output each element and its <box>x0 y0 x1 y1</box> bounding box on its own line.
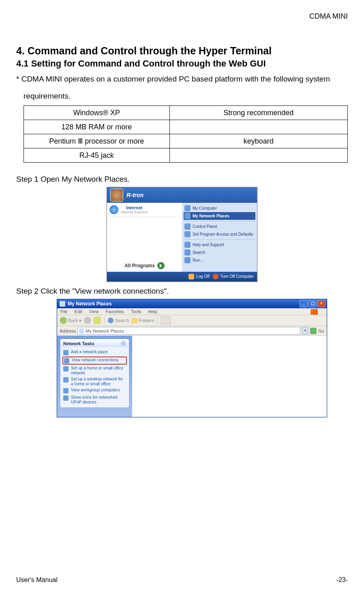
address-dropdown[interactable]: ▾ <box>302 327 308 335</box>
network-places-icon <box>79 329 84 333</box>
task-label: Add a network place <box>71 350 108 354</box>
turnoff-button[interactable]: Turn Off Computer <box>213 274 254 279</box>
task-label: Set up a home or small office network <box>71 366 126 375</box>
task-wireless-network[interactable]: Set up a wireless network for a home or … <box>63 376 126 387</box>
start-item-internet[interactable]: Internet Internet Explorer <box>109 205 180 217</box>
workgroup-icon <box>63 388 69 393</box>
go-button[interactable] <box>310 328 317 334</box>
task-label: Show icons for networked UPnP devices <box>71 395 126 404</box>
start-item-my-computer[interactable]: My Computer <box>184 204 255 212</box>
footer-page-number: -23- <box>336 576 348 584</box>
user-name: R-tron <box>126 192 143 198</box>
separator <box>184 239 255 240</box>
start-item-label: Run... <box>193 258 203 263</box>
header-product: CDMA MINI <box>16 12 348 21</box>
start-item-search[interactable]: Search <box>184 249 255 256</box>
add-place-icon <box>63 350 69 355</box>
network-connections-icon <box>64 358 69 363</box>
dropdown-icon: ▾ <box>79 318 81 323</box>
start-item-label: My Network Places <box>193 214 229 219</box>
ie-label: Internet <box>121 206 148 210</box>
folders-button[interactable]: Folders <box>131 318 154 323</box>
start-item-label: My Computer <box>193 206 217 211</box>
run-icon <box>184 257 191 263</box>
power-icon <box>213 274 218 279</box>
minimize-button[interactable]: _ <box>300 300 308 307</box>
start-item-run[interactable]: Run... <box>184 256 255 264</box>
ie-icon <box>109 205 118 214</box>
req-cell: Strong recommended <box>169 106 347 120</box>
requirements-table: Windows® XP Strong recommended 128 MB RA… <box>24 105 348 163</box>
logoff-icon <box>188 274 194 279</box>
logoff-label: Log Off <box>196 274 210 279</box>
start-item-help[interactable]: Help and Support <box>184 241 255 249</box>
table-row: 128 MB RAM or more <box>24 120 348 134</box>
task-view-network-connections[interactable]: View network connections <box>62 357 127 365</box>
arrow-right-icon <box>157 262 165 269</box>
forward-button[interactable] <box>84 317 91 324</box>
home-network-icon <box>63 366 69 372</box>
logoff-button[interactable]: Log Off <box>188 274 209 279</box>
wireless-icon <box>63 377 69 382</box>
req-cell: keyboard <box>169 134 347 148</box>
address-label: Address <box>60 329 76 333</box>
all-programs-label: All Programs <box>124 263 155 269</box>
subsection-title: 4.1 Setting for Command and Control thro… <box>16 58 348 69</box>
figure-1: R-tron Internet Internet Explorer All Pr… <box>16 187 348 282</box>
menu-tools[interactable]: Tools <box>131 309 141 314</box>
step-1: Step 1 Open My Network Places. <box>16 175 348 184</box>
address-value: My Network Places <box>86 329 124 333</box>
start-item-control-panel[interactable]: Control Panel <box>184 223 255 230</box>
go-label: Go <box>318 329 324 333</box>
toolbar: Back ▾ Search Folders <box>57 315 327 326</box>
footer-left: User's Manual <box>16 576 58 584</box>
menu-help[interactable]: Help <box>148 309 157 314</box>
menu-file[interactable]: File <box>60 309 68 314</box>
window-titlebar: My Network Places _ ▢ × <box>57 299 327 308</box>
window-icon <box>60 301 65 307</box>
task-show-upnp[interactable]: Show icons for networked UPnP devices <box>63 394 126 405</box>
table-row: RJ-45 jack <box>24 148 348 163</box>
menu-favorites[interactable]: Favorites <box>106 309 124 314</box>
menu-edit[interactable]: Edit <box>75 309 82 314</box>
folder-icon <box>131 318 138 323</box>
upnp-icon <box>63 395 69 401</box>
collapse-icon[interactable] <box>121 341 126 346</box>
address-input[interactable]: My Network Places <box>77 327 300 335</box>
start-item-program-access[interactable]: Set Program Access and Defaults <box>184 230 255 238</box>
all-programs-button[interactable]: All Programs <box>109 262 180 269</box>
req-cell: Windows® XP <box>24 106 170 120</box>
task-label: Set up a wireless network for a home or … <box>71 377 126 386</box>
task-home-office-network[interactable]: Set up a home or small office network <box>63 365 126 376</box>
task-label: View network connections <box>72 358 118 363</box>
start-item-label: Search <box>193 250 206 255</box>
separator <box>104 317 105 324</box>
turnoff-label: Turn Off Computer <box>220 274 254 279</box>
help-icon <box>184 242 191 248</box>
back-button[interactable]: Back ▾ <box>60 317 81 324</box>
search-label: Search <box>115 318 129 323</box>
network-places-icon <box>184 213 191 219</box>
menu-view[interactable]: View <box>89 309 99 314</box>
req-cell <box>169 120 347 134</box>
views-button[interactable] <box>161 316 171 324</box>
task-view-workgroup[interactable]: View workgroup computers <box>63 387 126 394</box>
back-icon <box>60 317 67 324</box>
maximize-button[interactable]: ▢ <box>308 300 317 307</box>
start-menu-header: R-tron <box>107 187 257 203</box>
content-area <box>132 336 327 417</box>
back-label: Back <box>68 318 78 323</box>
control-panel-icon <box>184 223 191 230</box>
separator <box>157 317 158 324</box>
search-button[interactable]: Search <box>108 318 129 323</box>
req-cell <box>169 148 347 163</box>
task-add-network-place[interactable]: Add a network place <box>63 349 126 356</box>
table-row: Windows® XP Strong recommended <box>24 106 348 120</box>
start-item-my-network-places[interactable]: My Network Places <box>184 212 255 220</box>
up-button[interactable] <box>94 317 101 324</box>
close-button[interactable]: × <box>317 300 325 307</box>
task-label: View workgroup computers <box>71 388 120 393</box>
intro-text-line2: requirements. <box>24 88 348 104</box>
table-row: Pentium Ⅲ processor or more keyboard <box>24 134 348 148</box>
user-avatar-icon <box>110 189 123 202</box>
